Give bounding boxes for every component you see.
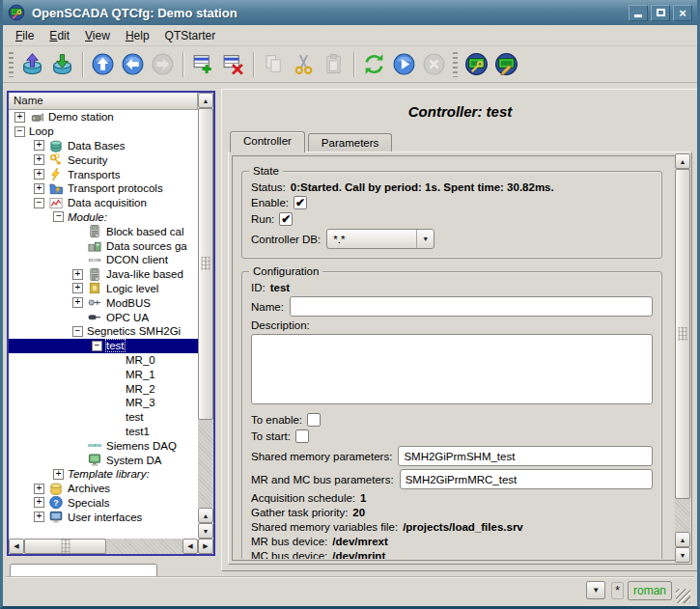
collapse-icon[interactable]: − [34, 198, 44, 208]
tree-item-mr-3[interactable]: MR_3 [9, 396, 198, 410]
expand-icon[interactable]: + [34, 169, 44, 180]
tree-item-demo-station[interactable]: +Demo station [9, 110, 198, 125]
copy-item-button[interactable] [259, 49, 289, 79]
scroll-up-icon[interactable]: ▲ [675, 153, 690, 169]
close-button[interactable]: × [673, 5, 692, 21]
stop-button[interactable] [419, 49, 449, 79]
add-item-button[interactable] [188, 49, 218, 79]
expand-icon[interactable]: + [34, 484, 44, 494]
tree-item-loop[interactable]: −Loop [9, 125, 198, 139]
scrollbar-track[interactable] [675, 169, 690, 532]
scroll-left-icon[interactable]: ◀ [9, 539, 24, 554]
scroll-up-icon[interactable]: ▲ [198, 93, 213, 108]
tree-item-user-interfaces[interactable]: +User interfaces [9, 510, 198, 524]
refresh-button[interactable] [359, 49, 389, 79]
tree-item-mr-2[interactable]: MR_2 [9, 381, 198, 396]
tree-item-archives[interactable]: +Archives [9, 482, 198, 496]
run-checkbox[interactable]: ✔ [279, 212, 293, 226]
tree-item-module-[interactable]: −Module: [9, 210, 198, 225]
tab-controller[interactable]: Controller [230, 131, 305, 152]
tree-item-transports[interactable]: +Transports [9, 167, 198, 181]
up-level-button[interactable] [88, 49, 118, 79]
expand-icon[interactable]: + [34, 512, 44, 522]
toolbar-handle[interactable] [453, 52, 458, 77]
forward-button[interactable] [148, 49, 178, 79]
tree-item-mr-1[interactable]: MR_1 [9, 367, 198, 381]
mr-mc-bus-parameters-field[interactable] [400, 469, 653, 489]
back-button[interactable] [118, 49, 148, 79]
tree-item-security[interactable]: +Security [9, 152, 198, 167]
tree-item-specials[interactable]: +?Specials [9, 496, 198, 511]
current-user-badge[interactable]: roman [628, 581, 672, 600]
menu-view[interactable]: View [77, 26, 118, 45]
expand-icon[interactable]: + [53, 469, 64, 480]
tree-item-test[interactable]: test [9, 410, 198, 425]
delete-item-button[interactable] [218, 49, 248, 79]
tree-item-modbus[interactable]: +ModBUS [9, 295, 198, 310]
expand-icon[interactable]: + [72, 269, 83, 280]
tab-parameters[interactable]: Parameters [308, 133, 392, 152]
tree-item-mr-0[interactable]: MR_0 [9, 353, 198, 368]
scrollbar-thumb[interactable] [24, 539, 106, 554]
tree-horizontal-scrollbar[interactable]: ◀ ◀ ▶ [9, 539, 213, 554]
qtstarter-edit-button[interactable] [491, 49, 521, 79]
tree-item-data-acquisition[interactable]: −Data acquisition [9, 196, 198, 210]
expand-icon[interactable]: + [34, 140, 44, 151]
expand-icon[interactable]: + [34, 497, 44, 508]
scroll-up-icon[interactable]: ▲ [198, 508, 213, 523]
name-field[interactable] [290, 296, 653, 317]
expand-icon[interactable]: + [72, 297, 83, 308]
tree-item-test[interactable]: −test [9, 339, 198, 353]
description-field[interactable] [251, 334, 653, 404]
tree-item-template-library-[interactable]: +Template library: [9, 467, 198, 482]
shared-memory-parameters-field[interactable] [398, 446, 653, 466]
titlebar[interactable]: OpenSCADA QTCfg: Demo station × [3, 0, 697, 25]
collapse-icon[interactable]: − [53, 211, 64, 222]
expand-icon[interactable]: + [14, 112, 25, 123]
tree-item-siemens-daq[interactable]: SIEMENSSiemens DAQ [9, 438, 198, 453]
tree-vertical-scrollbar[interactable]: ▲ ▲ ▼ [198, 93, 213, 539]
menu-qtstarter[interactable]: QTStarter [157, 26, 224, 45]
collapse-icon[interactable]: − [14, 126, 25, 137]
expand-icon[interactable]: + [34, 183, 44, 194]
tree-item-logic-level[interactable]: +Logic level [9, 282, 198, 296]
to-enable-checkbox[interactable] [307, 413, 321, 427]
scroll-right-icon[interactable]: ▶ [198, 539, 213, 554]
tree-item-java-like-based[interactable]: +Java-like based [9, 267, 198, 282]
scroll-up-icon[interactable]: ▲ [675, 532, 690, 547]
form-vertical-scrollbar[interactable]: ▲ ▲ ▼ [675, 153, 690, 563]
expand-icon[interactable]: + [34, 154, 44, 165]
tree-item-block-based-cal[interactable]: Block based cal [9, 224, 198, 238]
tree-item-dcon-client[interactable]: DCONDCON client [9, 253, 198, 267]
to-start-checkbox[interactable] [295, 429, 309, 443]
menu-edit[interactable]: Edit [42, 26, 77, 45]
tree-header-name[interactable]: Name [9, 93, 198, 110]
scroll-down-icon[interactable]: ▼ [198, 523, 213, 539]
load-from-db-button[interactable] [17, 49, 47, 79]
expand-icon[interactable]: + [72, 283, 83, 293]
qtstarter-config-button[interactable] [462, 49, 491, 79]
maximize-button[interactable] [651, 5, 670, 21]
menu-file[interactable]: File [8, 26, 42, 45]
tree-viewport[interactable]: +Demo station−Loop+Data Bases+Security+T… [9, 110, 198, 539]
scrollbar-thumb[interactable] [675, 169, 690, 499]
collapse-icon[interactable]: − [72, 326, 83, 337]
scroll-down-icon[interactable]: ▼ [675, 547, 690, 563]
scrollbar-thumb[interactable] [198, 108, 213, 420]
status-dropdown-button[interactable]: ▼ [586, 581, 605, 599]
scrollbar-track[interactable] [24, 539, 182, 554]
toolbar-handle[interactable] [9, 52, 14, 77]
tree-item-data-sources-ga[interactable]: Data sources ga [9, 238, 198, 253]
tree-item-data-bases[interactable]: +Data Bases [9, 139, 198, 153]
scroll-left-icon[interactable]: ◀ [182, 539, 198, 554]
menu-help[interactable]: Help [118, 26, 157, 45]
cut-item-button[interactable] [289, 49, 319, 79]
tree-item-transport-protocols[interactable]: +Transport protocols [9, 181, 198, 196]
start-button[interactable] [389, 49, 419, 79]
tree-item-opc-ua[interactable]: OPC UA [9, 310, 198, 324]
controller-db-select[interactable]: *.* ▼ [326, 229, 434, 249]
save-to-db-button[interactable] [47, 49, 77, 79]
tree-item-test1[interactable]: test1 [9, 425, 198, 439]
collapse-icon[interactable]: − [92, 341, 102, 351]
minimize-button[interactable] [629, 5, 648, 21]
